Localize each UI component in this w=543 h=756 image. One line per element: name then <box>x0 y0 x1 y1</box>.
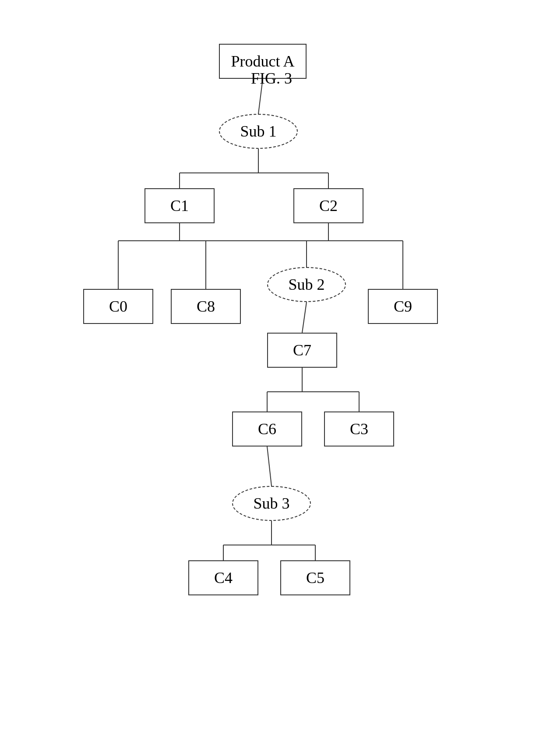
node-c8: C8 <box>171 289 241 324</box>
node-c4-label: C4 <box>214 569 233 587</box>
node-c7-label: C7 <box>293 341 311 359</box>
node-sub2-label: Sub 2 <box>288 275 324 294</box>
node-c2: C2 <box>293 188 363 223</box>
node-c9-label: C9 <box>394 297 412 316</box>
node-c9: C9 <box>368 289 438 324</box>
node-c6: C6 <box>232 411 302 447</box>
node-c0: C0 <box>83 289 153 324</box>
figure-label: FIG. 3 <box>251 69 292 88</box>
node-c5-label: C5 <box>306 569 324 587</box>
node-c1-label: C1 <box>170 197 189 215</box>
node-sub3-label: Sub 3 <box>253 494 289 513</box>
figure-title-label: FIG. 3 <box>251 70 292 87</box>
node-c1: C1 <box>145 188 215 223</box>
node-c7: C7 <box>267 333 337 368</box>
node-sub1-label: Sub 1 <box>240 122 276 141</box>
node-c5: C5 <box>280 560 350 595</box>
node-product-a-label: Product A <box>231 52 294 70</box>
node-c3: C3 <box>324 411 394 447</box>
node-c8-label: C8 <box>197 297 215 316</box>
node-c3-label: C3 <box>350 420 368 438</box>
node-sub3: Sub 3 <box>232 486 311 521</box>
node-c6-label: C6 <box>258 420 276 438</box>
svg-line-17 <box>267 447 272 486</box>
svg-line-12 <box>302 302 307 333</box>
node-c2-label: C2 <box>319 197 338 215</box>
node-c0-label: C0 <box>109 297 127 316</box>
node-c4: C4 <box>188 560 258 595</box>
node-sub1: Sub 1 <box>219 114 298 149</box>
node-sub2: Sub 2 <box>267 267 346 302</box>
